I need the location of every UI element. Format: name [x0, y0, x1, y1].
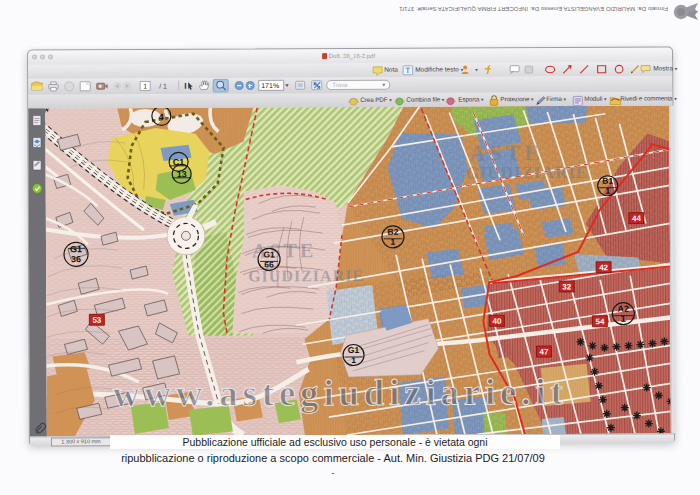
svg-text:171%: 171%	[261, 82, 279, 89]
svg-text:53: 53	[92, 316, 101, 325]
svg-text:B1: B1	[602, 176, 613, 186]
svg-text:1: 1	[621, 314, 626, 324]
svg-text:4: 4	[159, 112, 164, 122]
svg-text:A2: A2	[618, 304, 630, 314]
svg-text:ASTE: ASTE	[252, 239, 316, 261]
svg-text:T: T	[406, 66, 411, 75]
svg-text:1: 1	[605, 186, 610, 196]
svg-text:1: 1	[143, 82, 147, 89]
svg-text:40: 40	[492, 317, 501, 326]
svg-text:G1: G1	[348, 345, 360, 355]
svg-text:G1: G1	[70, 244, 82, 254]
svg-text:66: 66	[264, 259, 274, 269]
svg-text:44: 44	[632, 214, 641, 223]
svg-text:47: 47	[540, 348, 549, 357]
svg-text:B2: B2	[387, 227, 398, 237]
svg-text:42: 42	[599, 263, 608, 272]
svg-text:32: 32	[562, 282, 571, 291]
svg-text:36: 36	[71, 254, 81, 264]
svg-text:54: 54	[595, 317, 604, 326]
svg-text:GIUDIZIARIE: GIUDIZIARIE	[466, 163, 589, 183]
svg-text:I: I	[184, 81, 186, 91]
svg-text:ASTE: ASTE	[469, 140, 543, 165]
svg-text:G1: G1	[263, 249, 275, 259]
svg-text:1: 1	[391, 237, 396, 247]
svg-text:/ 1: / 1	[159, 82, 167, 89]
svg-text:1: 1	[351, 355, 356, 365]
